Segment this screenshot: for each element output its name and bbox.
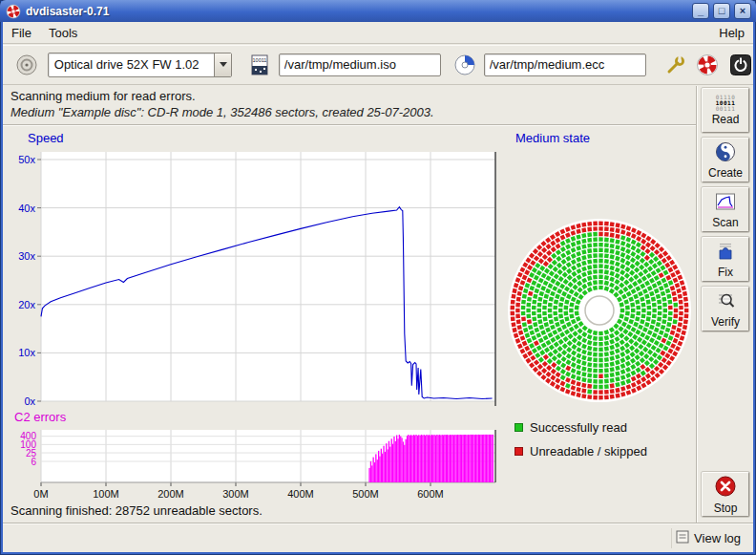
close-button[interactable]: ×	[734, 3, 751, 19]
svg-text:600M: 600M	[417, 488, 444, 500]
view-log-button[interactable]: View log	[671, 528, 745, 548]
fix-button[interactable]: Fix	[702, 237, 749, 282]
verify-button[interactable]: Verify	[702, 287, 749, 331]
verify-button-label: Verify	[711, 315, 740, 329]
svg-text:50x: 50x	[18, 154, 35, 165]
binary-read-icon: 01110 10011 00111	[716, 95, 736, 112]
svg-text:30x: 30x	[18, 250, 35, 262]
svg-text:20x: 20x	[18, 299, 35, 310]
scan-graph-icon	[715, 191, 736, 215]
yin-yang-icon	[715, 141, 736, 165]
chevron-down-icon	[220, 62, 227, 67]
image-file-input[interactable]	[279, 53, 441, 76]
medium-info-line: Medium "Example disc": CD-R mode 1, 3524…	[10, 105, 434, 119]
svg-text:0M: 0M	[33, 488, 48, 500]
preferences-wrench-icon[interactable]	[663, 52, 689, 78]
svg-text:10011: 10011	[253, 57, 267, 63]
client-area: File Tools Help Optical drive 52X FW 1.0…	[3, 22, 753, 552]
ecc-file-input[interactable]	[484, 53, 646, 76]
svg-text:300M: 300M	[222, 488, 249, 500]
svg-text:0x: 0x	[24, 395, 35, 407]
stop-button-label: Stop	[714, 502, 738, 515]
menu-tools[interactable]: Tools	[40, 23, 86, 43]
header-separator	[3, 124, 697, 126]
scan-status-line: Scanning medium for read errors.	[10, 89, 196, 103]
close-icon: ×	[740, 6, 746, 16]
ecc-file-icon	[452, 52, 478, 78]
fix-button-label: Fix	[718, 266, 733, 279]
create-button[interactable]: Create	[702, 138, 749, 182]
titlebar[interactable]: dvdisaster-0.71 _ □ ×	[0, 0, 756, 22]
magnifier-verify-icon	[715, 290, 736, 314]
window-title: dvdisaster-0.71	[26, 5, 688, 18]
svg-text:10x: 10x	[18, 347, 35, 358]
svg-text:100M: 100M	[93, 488, 119, 500]
minimize-icon: _	[698, 6, 704, 16]
svg-text:400M: 400M	[287, 488, 314, 500]
view-log-label: View log	[694, 531, 741, 545]
medium-state-title: Medium state	[515, 131, 590, 145]
drive-selector[interactable]: Optical drive 52X FW 1.02	[48, 53, 232, 77]
svg-text:400: 400	[20, 431, 36, 441]
scan-button-label: Scan	[712, 216, 738, 229]
action-sidebar: 01110 10011 00111 Read Create	[698, 88, 753, 523]
legend-unreadable: Unreadable / skipped	[514, 444, 647, 459]
stop-x-icon	[714, 475, 737, 501]
speed-chart: 0x10x20x30x40x50x	[10, 149, 503, 407]
finished-status-line: Scanning finished: 28752 unreadable sect…	[10, 503, 262, 518]
c2-errors-title: C2 errors	[14, 410, 66, 424]
menubar: File Tools Help	[3, 22, 753, 44]
legend-successfully-read: Successfully read	[514, 420, 627, 435]
speed-chart-title: Speed	[28, 131, 64, 145]
maximize-button[interactable]: □	[713, 3, 730, 19]
maximize-icon: □	[719, 6, 725, 16]
drive-icon[interactable]	[14, 52, 40, 78]
red-legend-swatch	[514, 447, 523, 456]
app-logo-icon	[5, 3, 22, 20]
medium-state-disc	[504, 215, 695, 406]
legend-successfully-read-label: Successfully read	[530, 420, 627, 435]
stop-button[interactable]: Stop	[702, 472, 749, 517]
scan-button[interactable]: Scan	[702, 187, 749, 232]
image-file-icon: 10011	[247, 52, 273, 78]
c2-errors-chart: 0M100M200M300M400M500M600M625100400	[10, 428, 503, 502]
create-button-label: Create	[708, 166, 743, 180]
legend-unreadable-label: Unreadable / skipped	[530, 444, 647, 459]
svg-text:40x: 40x	[18, 203, 35, 214]
menu-help[interactable]: Help	[710, 23, 753, 43]
dvdisaster-logo-icon[interactable]	[694, 52, 720, 78]
drive-selector-dropdown-button[interactable]	[214, 53, 231, 76]
green-legend-swatch	[514, 423, 523, 432]
menu-file[interactable]: File	[3, 23, 40, 43]
drive-selector-value: Optical drive 52X FW 1.02	[49, 53, 214, 76]
svg-text:200M: 200M	[158, 488, 184, 500]
log-icon	[676, 530, 689, 546]
svg-text:500M: 500M	[352, 488, 379, 500]
read-button[interactable]: 01110 10011 00111 Read	[702, 88, 749, 133]
minimize-button[interactable]: _	[692, 3, 709, 19]
read-button-label: Read	[712, 113, 740, 126]
toolbar: Optical drive 52X FW 1.02 10011	[3, 45, 753, 85]
statusbar: View log	[3, 523, 753, 552]
puzzle-fix-icon	[715, 241, 736, 265]
app-window: dvdisaster-0.71 _ □ × File Tools Help Op…	[0, 0, 756, 555]
quit-power-icon[interactable]	[727, 52, 753, 78]
